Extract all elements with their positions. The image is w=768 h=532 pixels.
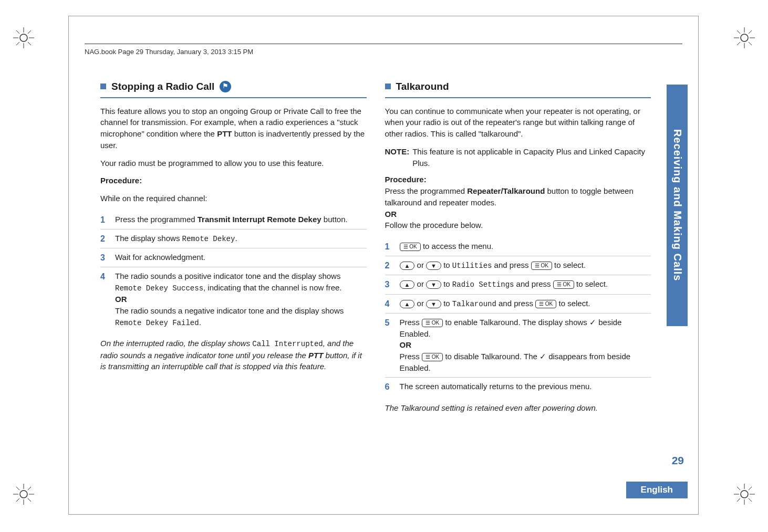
step-3: 3 Wait for acknowledgment. [100, 248, 367, 267]
up-key-icon: ▲ [400, 300, 415, 308]
svg-line-7 [28, 30, 31, 34]
step-r4: 4 ▲ or ▼ to Talkaround and press ☰ OK to… [385, 295, 651, 314]
ok-key-icon: ☰ OK [422, 353, 443, 361]
svg-line-16 [749, 30, 752, 34]
step-2: 2 The display shows Remote Dekey. [100, 230, 367, 248]
down-key-icon: ▼ [426, 280, 441, 289]
svg-line-24 [28, 498, 31, 502]
programming-note: Your radio must be programmed to allow y… [100, 158, 367, 169]
svg-line-5 [16, 30, 19, 34]
up-key-icon: ▲ [400, 262, 415, 270]
svg-line-26 [16, 498, 19, 502]
step-r2: 2 ▲ or ▼ to Utilities and press ☰ OK to … [385, 256, 651, 275]
procedure-list-left: 1 Press the programmed Transmit Interrup… [100, 211, 367, 331]
ok-key-icon: ☰ OK [422, 319, 443, 327]
crop-mark-icon [13, 27, 34, 48]
procedure-label: Procedure: [100, 175, 367, 186]
heading-text: Stopping a Radio Call [111, 79, 214, 94]
svg-line-15 [749, 42, 752, 45]
svg-point-9 [741, 34, 748, 41]
intro-paragraph: This feature allows you to stop an ongoi… [100, 106, 367, 151]
page-frame: NAG.book Page 29 Thursday, January 3, 20… [68, 16, 699, 515]
procedure-label: Procedure: [385, 174, 651, 185]
step-1: 1 Press the programmed Transmit Interrup… [100, 211, 367, 230]
svg-point-0 [20, 34, 27, 41]
language-tab: English [626, 482, 688, 498]
crop-mark-icon [13, 484, 34, 505]
svg-line-33 [749, 498, 752, 502]
page-number: 29 [672, 454, 684, 467]
step-r1: 1 ☰ OK to access the menu. [385, 237, 651, 256]
svg-line-23 [16, 487, 19, 490]
ok-key-icon: ☰ OK [531, 262, 552, 270]
content-columns: Stopping a Radio Call ⚑ This feature all… [100, 79, 651, 420]
svg-line-35 [737, 498, 740, 502]
ok-key-icon: ☰ OK [553, 280, 574, 289]
up-key-icon: ▲ [400, 280, 415, 289]
ok-key-icon: ☰ OK [400, 243, 421, 251]
heading-text: Talkaround [396, 79, 449, 94]
svg-line-6 [28, 42, 31, 45]
svg-line-25 [28, 487, 31, 490]
procedure-list-right: 1 ☰ OK to access the menu. 2 ▲ or ▼ to U… [385, 237, 651, 396]
crop-mark-icon [734, 484, 755, 505]
left-column: Stopping a Radio Call ⚑ This feature all… [100, 79, 367, 420]
right-column: Talkaround You can continue to communica… [385, 79, 651, 420]
svg-line-14 [737, 30, 740, 34]
svg-line-34 [749, 487, 752, 490]
repeater-button-line: Press the programmed Repeater/Talkaround… [385, 185, 651, 208]
chapter-side-tab: Receiving and Making Calls [667, 85, 688, 326]
heading-bullet-icon [100, 84, 106, 89]
step-r3: 3 ▲ or ▼ to Radio Settings and press ☰ O… [385, 275, 651, 294]
procedure-context: While on the required channel: [100, 193, 367, 204]
svg-point-27 [741, 491, 748, 498]
svg-point-18 [20, 491, 27, 498]
note-block: NOTE: This feature is not applicable in … [385, 146, 651, 169]
svg-line-32 [737, 487, 740, 490]
interrupted-radio-note: On the interrupted radio, the display sh… [100, 338, 367, 372]
running-header: NAG.book Page 29 Thursday, January 3, 20… [85, 48, 253, 56]
ok-key-icon: ☰ OK [535, 300, 556, 308]
talkaround-intro: You can continue to communicate when you… [385, 106, 651, 140]
or-divider: OR [385, 208, 651, 220]
svg-line-8 [16, 42, 19, 45]
follow-procedure: Follow the procedure below. [385, 220, 651, 231]
step-r6: 6 The screen automatically returns to th… [385, 378, 651, 396]
header-rule [85, 44, 682, 44]
section-heading-stopping: Stopping a Radio Call ⚑ [100, 79, 367, 98]
svg-line-17 [737, 42, 740, 45]
down-key-icon: ▼ [426, 262, 441, 270]
heading-bullet-icon [385, 84, 391, 89]
retained-note: The Talkaround setting is retained even … [385, 402, 651, 414]
step-r5: 5 Press ☰ OK to enable Talkaround. The d… [385, 314, 651, 378]
step-4: 4 The radio sounds a positive indicator … [100, 267, 367, 331]
feature-flag-icon: ⚑ [220, 81, 231, 92]
section-heading-talkaround: Talkaround [385, 79, 651, 98]
down-key-icon: ▼ [426, 300, 441, 308]
crop-mark-icon [734, 27, 755, 48]
